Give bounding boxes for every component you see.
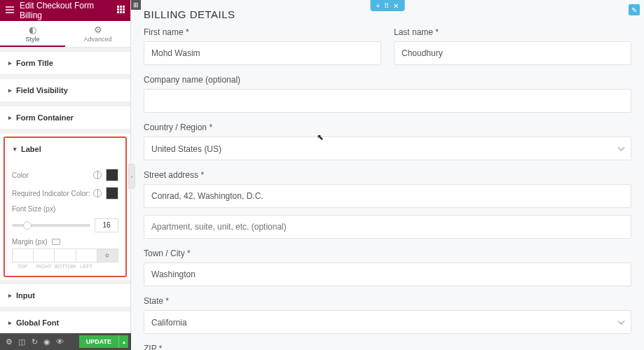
section-input[interactable]: ▸Input <box>0 284 130 307</box>
slider-thumb[interactable] <box>23 221 32 230</box>
edit-widget-icon[interactable]: ✎ <box>629 4 640 15</box>
element-toolbar: + ⠿ ✕ <box>371 0 405 11</box>
chevron-right-icon: ▸ <box>8 319 12 326</box>
link-icon <box>104 252 111 259</box>
update-button[interactable]: UPDATE <box>79 335 118 348</box>
required-color-swatch[interactable] <box>106 187 118 200</box>
sections-list: ▸Form Title ▸Field Visibility ▸Form Cont… <box>0 48 130 333</box>
field-street: Street address * <box>144 170 631 239</box>
panel-title: Edit Checkout Form Billing <box>20 1 117 20</box>
settings-icon[interactable]: ⚙ <box>3 337 15 346</box>
chevron-right-icon: ▸ <box>8 292 12 299</box>
city-label: Town / City * <box>144 248 631 258</box>
city-input[interactable] <box>144 262 631 286</box>
font-size-slider-row: 16 <box>12 218 118 232</box>
field-company: Company name (optional) <box>144 75 631 113</box>
tab-advanced-label: Advanced <box>83 36 111 43</box>
preview-area: ⊞ + ⠿ ✕ ✎ BILLING DETAILS First name * L… <box>131 0 644 350</box>
first-name-input[interactable] <box>144 41 381 65</box>
chevron-right-icon: ▸ <box>8 87 12 94</box>
billing-form: First name * Last name * Company name (o… <box>131 27 644 350</box>
state-label: State * <box>144 296 631 306</box>
font-size-value[interactable]: 16 <box>95 218 118 232</box>
street-input-2[interactable] <box>144 215 631 239</box>
margin-inputs <box>12 248 118 262</box>
field-state: State * California <box>144 296 631 334</box>
close-icon[interactable]: ✕ <box>393 2 399 10</box>
country-select[interactable]: United States (US) <box>144 136 631 160</box>
control-font-size: Font Size (px) <box>12 205 118 213</box>
section-label-header[interactable]: ▾Label <box>5 138 125 160</box>
margin-bottom-input[interactable] <box>54 248 75 262</box>
section-label-expanded: ▾Label Color Required Indicator Color: F… <box>4 136 127 277</box>
history-icon[interactable]: ↻ <box>28 337 41 346</box>
street-label: Street address * <box>144 170 631 180</box>
update-dropdown[interactable]: ▴ <box>118 335 128 348</box>
globe-icon[interactable] <box>93 189 102 197</box>
margin-top-input[interactable] <box>12 248 33 262</box>
preview-icon[interactable]: 👁 <box>53 337 66 346</box>
chevron-right-icon: ▸ <box>8 59 12 66</box>
margin-label: Margin (px) <box>12 238 48 246</box>
street-input-1[interactable] <box>144 184 631 208</box>
editor-sidebar: Edit Checkout Form Billing ◐ Style ⚙ Adv… <box>0 0 131 350</box>
section-form-title[interactable]: ▸Form Title <box>0 52 130 75</box>
first-name-label: First name * <box>144 27 381 37</box>
half-circle-icon: ◐ <box>29 24 36 35</box>
tabs: ◐ Style ⚙ Advanced <box>0 21 130 48</box>
responsive-icon[interactable]: ◉ <box>41 337 53 346</box>
add-icon[interactable]: + <box>376 2 381 10</box>
svg-rect-8 <box>123 11 125 13</box>
field-city: Town / City * <box>144 248 631 286</box>
control-color: Color <box>12 169 118 181</box>
chevron-right-icon: ▸ <box>8 114 12 121</box>
tab-advanced[interactable]: ⚙ Advanced <box>65 21 130 47</box>
zip-label: ZIP * <box>144 344 631 350</box>
svg-rect-7 <box>120 11 122 13</box>
state-select[interactable]: California <box>144 310 631 334</box>
font-size-label: Font Size (px) <box>12 205 118 213</box>
hamburger-icon[interactable] <box>6 6 14 15</box>
sidebar-header: Edit Checkout Form Billing <box>0 0 130 21</box>
field-country: Country / Region * United States (US) <box>144 122 631 160</box>
svg-rect-5 <box>123 8 125 10</box>
svg-rect-0 <box>117 6 119 8</box>
control-margin: Margin (px) <box>12 238 118 246</box>
desktop-icon[interactable] <box>52 239 60 245</box>
field-zip: ZIP * <box>144 344 631 350</box>
required-color-label: Required Indicator Color: <box>12 190 93 197</box>
color-swatch[interactable] <box>106 169 118 181</box>
last-name-input[interactable] <box>394 41 631 65</box>
last-name-label: Last name * <box>394 27 631 37</box>
section-grid-icon[interactable]: ⊞ <box>131 0 141 10</box>
svg-rect-1 <box>120 6 122 8</box>
section-field-visibility[interactable]: ▸Field Visibility <box>0 79 130 102</box>
chevron-down-icon: ▾ <box>13 146 17 153</box>
margin-left-input[interactable] <box>76 248 97 262</box>
company-input[interactable] <box>144 89 631 113</box>
drag-handle-icon[interactable]: ⠿ <box>384 2 389 10</box>
field-last-name: Last name * <box>394 27 631 65</box>
tab-style[interactable]: ◐ Style <box>0 21 65 47</box>
svg-rect-6 <box>117 11 119 13</box>
margin-side-labels: TOP RIGHT BOTTOM LEFT <box>12 264 118 269</box>
apps-icon[interactable] <box>117 6 125 15</box>
margin-link-toggle[interactable] <box>97 248 118 262</box>
field-first-name: First name * <box>144 27 381 65</box>
gear-icon: ⚙ <box>94 24 102 35</box>
globe-icon[interactable] <box>93 171 102 179</box>
sidebar-collapse-handle[interactable]: ‹ <box>128 164 135 189</box>
navigator-icon[interactable]: ◫ <box>15 337 28 346</box>
bottom-toolbar: ⚙ ◫ ↻ ◉ 👁 UPDATE ▴ <box>0 333 131 350</box>
tab-style-label: Style <box>25 36 39 43</box>
svg-rect-3 <box>117 8 119 10</box>
section-global-font[interactable]: ▸Global Font <box>0 312 130 333</box>
country-label: Country / Region * <box>144 122 631 132</box>
color-label: Color <box>12 172 93 179</box>
company-label: Company name (optional) <box>144 75 631 85</box>
font-size-slider[interactable] <box>12 224 90 227</box>
svg-rect-4 <box>120 8 122 10</box>
section-form-container[interactable]: ▸Form Container <box>0 106 130 130</box>
svg-rect-2 <box>123 6 125 8</box>
margin-right-input[interactable] <box>33 248 54 262</box>
